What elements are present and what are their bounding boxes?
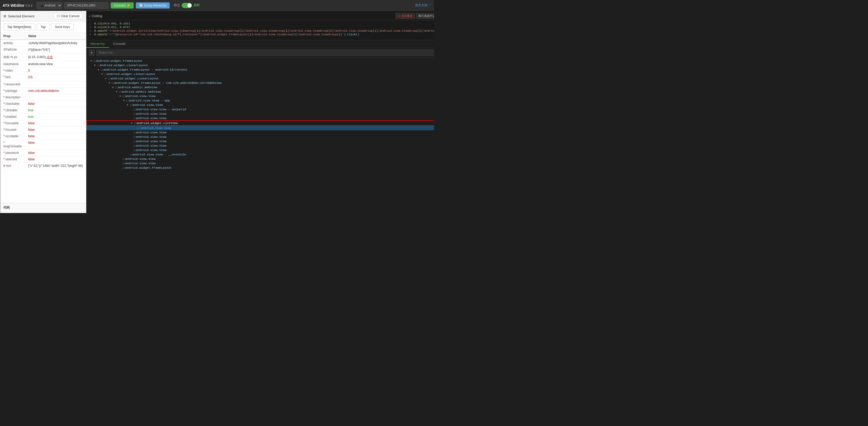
action-buttons-row: Tap Widget(Beta) Tap Send Keys <box>0 22 86 33</box>
tree-node[interactable]: ◻android.view.View <box>86 126 434 130</box>
tree-node[interactable]: ▼◻android.widget.ListView <box>86 120 434 126</box>
docs-link[interactable]: 相关文档 ↗ <box>415 3 431 7</box>
right-panel: ♪ Coding ⚠ 点击重连 单行或选中运行 ⛶ ⟳ 重复代码 ⎘ ✕ 1d.… <box>86 11 434 213</box>
tree-node[interactable]: ▼◻android.widget.FrameLayout <box>86 59 434 63</box>
line-number: 1 <box>86 22 94 25</box>
node-label: android.view.View <box>136 144 166 147</box>
node-type-icon: ◻ <box>123 95 125 97</box>
tree-node[interactable]: ▼◻android.webkit.WebView <box>86 89 434 94</box>
node-label: android.view.View <box>136 112 166 115</box>
tap-widget-button[interactable]: Tap Widget(Beta) <box>3 24 35 30</box>
tree-expand-icon[interactable]: ▼ <box>115 90 119 93</box>
table-row: * index0 <box>0 67 86 74</box>
prop-value <box>25 81 86 88</box>
code-line[interactable]: 1d.click(0.692, 0.192) <box>86 22 434 25</box>
prop-name: * longClickable <box>0 140 25 150</box>
tree-node[interactable]: ◻android.view.View <box>86 112 434 116</box>
hierarchy-search-input[interactable] <box>96 50 434 56</box>
connect-button[interactable]: Connect ⚡ <box>111 2 134 8</box>
tree-node[interactable]: ◻android.view.View <box>86 130 434 135</box>
realtime-label: 实时 <box>193 3 200 7</box>
prop-value: false <box>25 150 86 156</box>
tree-node[interactable]: ▼◻android.widget.LinearLayout <box>86 76 434 81</box>
code-line[interactable]: 2d.click(0.911, 0.073) <box>86 25 434 29</box>
tree-expand-icon[interactable]: ▼ <box>112 86 115 89</box>
tree-node[interactable]: ◻android.view.View <box>86 161 434 166</box>
tree-node[interactable]: ◻android.view.View - swiperid <box>86 107 434 112</box>
prop-name: activity <box>0 40 25 47</box>
tree-expand-icon[interactable]: ▼ <box>94 64 97 67</box>
tap-button[interactable]: Tap <box>37 24 50 30</box>
table-row: # rect{"x":42,"y":1494,"width":222,"heig… <box>0 163 86 169</box>
static-label: 静态 <box>174 3 180 7</box>
prop-value: true <box>25 107 86 114</box>
table-row: * focusablefalse <box>0 120 86 126</box>
prop-value: false <box>25 133 86 140</box>
tree-node[interactable]: ◻android.view.View - __vconsole <box>86 152 434 157</box>
tree-expand-icon[interactable]: ▼ <box>126 104 130 106</box>
tree-node[interactable]: ◻android.view.View <box>86 148 434 152</box>
tree-node[interactable]: ▼◻android.widget.FrameLayout - com.czb.w… <box>86 81 434 85</box>
code-lines[interactable]: 1d.click(0.692, 0.192)2d.click(0.911, 0.… <box>86 20 434 38</box>
table-row: * focusedfalse <box>0 126 86 133</box>
tree-node[interactable]: ◻android.view.View <box>86 139 434 143</box>
node-label: android.widget.ListView <box>136 121 178 125</box>
node-type-icon: ◻ <box>104 73 106 76</box>
node-label: android.view.View <box>125 157 155 161</box>
tree-expand-icon[interactable]: ▼ <box>130 122 134 124</box>
line-number: 2 <box>86 26 94 29</box>
prop-value: false <box>25 126 86 133</box>
run-selection-button[interactable]: 单行或选中运行 <box>416 13 434 19</box>
node-type-icon: ◻ <box>112 82 114 84</box>
tree-expand-icon[interactable]: ▼ <box>101 73 104 76</box>
tree-node[interactable]: ▼◻android.view.View <box>86 94 434 98</box>
node-label: android.widget.FrameLayout - android:id/… <box>103 68 187 72</box>
dump-hierarchy-button[interactable]: 🔄 Dump Hierarchy <box>136 2 170 8</box>
tree-expand-icon[interactable]: ▼ <box>97 68 101 71</box>
tree-expand-icon[interactable]: ▼ <box>108 82 112 84</box>
table-row: XPathLite//*[@text="5号"] <box>0 47 86 54</box>
prop-name: * enabled <box>0 114 25 120</box>
prop-value[interactable]: (0.15, 0.663) 点击 <box>25 54 86 61</box>
tree-node[interactable]: ◻android.widget.FrameLayout <box>86 166 434 170</box>
reconnect-button[interactable]: ⚠ 点击重连 <box>395 13 415 19</box>
node-type-icon: ◻ <box>130 153 132 156</box>
prop-col-header: Prop <box>0 33 25 40</box>
code-line[interactable]: 4d.xpath('//*[@resource-id="com.czb.chez… <box>86 33 434 36</box>
tree-node[interactable]: ◻android.view.View <box>86 116 434 120</box>
code-line[interactable]: 3d.xpath('//android.widget.ScrollView/an… <box>86 29 434 33</box>
tree-node[interactable]: ▼◻android.widget.FrameLayout - android:i… <box>86 67 434 72</box>
prop-value: false <box>25 140 86 150</box>
tree-expand-icon[interactable]: ▼ <box>119 95 123 97</box>
prop-value: com.czb.webczbdemo <box>25 88 86 94</box>
tree-expand-icon[interactable]: ▼ <box>90 59 94 62</box>
device-id-input[interactable] <box>64 2 108 8</box>
tree-expand-icon[interactable]: ▼ <box>123 99 126 102</box>
tree-node[interactable]: ◻android.view.View <box>86 143 434 148</box>
tree-node[interactable]: ◻android.view.View <box>86 135 434 139</box>
node-type-icon: ◻ <box>133 136 135 138</box>
node-label: android.view.View - swiperid <box>136 108 186 111</box>
tabs-row: Hierarchy Console <box>86 40 434 48</box>
prop-name: * checkable <box>0 101 25 107</box>
realtime-toggle[interactable] <box>182 3 192 8</box>
node-type-icon: ◻ <box>137 126 139 130</box>
tree-node[interactable]: ▼◻android.widget.LinearLayout <box>86 72 434 76</box>
toolbar: ATX WEditor 0.6.4 📱 Android Connect ⚡ 🔄 … <box>0 0 434 11</box>
tree-node[interactable]: ▼◻android.view.View <box>86 103 434 107</box>
mode-toggle-container: 静态 实时 <box>174 3 200 8</box>
tree-expand-icon[interactable]: ▼ <box>104 77 108 80</box>
platform-select[interactable]: 📱 Android <box>36 2 62 9</box>
prop-name: * clickable <box>0 107 25 114</box>
add-node-button[interactable]: + <box>89 50 95 56</box>
tab-hierarchy[interactable]: Hierarchy <box>86 40 109 48</box>
tree-node[interactable]: ◻android.view.View <box>86 157 434 161</box>
tab-console[interactable]: Console <box>109 40 130 48</box>
tree-node[interactable]: ▼◻android.widget.LinearLayout <box>86 63 434 67</box>
send-keys-button[interactable]: Send Keys <box>51 24 74 30</box>
table-row: * enabledtrue <box>0 114 86 120</box>
tree-node[interactable]: ▼◻android.webkit.WebView <box>86 85 434 89</box>
code-label: 代码 <box>3 205 83 210</box>
tree-node[interactable]: ▼◻android.view.View - app <box>86 98 434 103</box>
clear-canvas-button[interactable]: ☐ Clear Canvas <box>53 13 83 19</box>
